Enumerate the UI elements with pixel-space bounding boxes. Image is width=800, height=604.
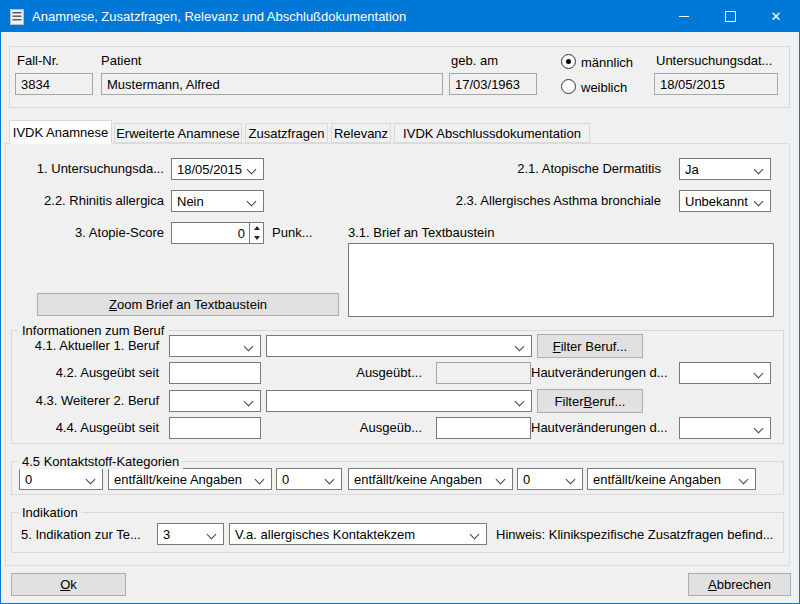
window-icon <box>10 9 24 25</box>
button-text: bbrechen <box>717 577 771 592</box>
geb-am-field: 17/03/1963 <box>449 73 537 95</box>
button-mnemonic: B <box>583 394 592 409</box>
chevron-down-icon <box>754 165 764 175</box>
aktueller-beruf-label: 4.1. Aktueller 1. Beruf <box>35 338 159 354</box>
weiterer-beruf-label: 4.3. Weiterer 2. Beruf <box>36 393 159 409</box>
rhinitis-allergica-combo[interactable]: Nein <box>171 190 264 212</box>
filter-beruf-2-button[interactable]: Filter Beruf... <box>537 389 643 413</box>
ausgeuebt-seit-1-input[interactable] <box>169 362 261 384</box>
chevron-down-icon <box>515 397 525 407</box>
indikation-text-value: V.a. allergisches Kontaktekzem <box>230 527 415 542</box>
chevron-down-icon <box>754 369 764 379</box>
radio-maennlich-label: männlich <box>581 55 633 71</box>
tab-label: IVDK Abschlussdokumentation <box>403 126 581 141</box>
indikation-label: 5. Indikation zur Te... <box>21 527 141 543</box>
minimize-button[interactable] <box>661 1 707 32</box>
arrow-up-icon <box>254 226 260 230</box>
asthma-bronchiale-combo[interactable]: Unbekannt <box>679 190 771 212</box>
chevron-down-icon <box>496 475 506 485</box>
chevron-down-icon <box>86 475 96 485</box>
aktueller-beruf-text-combo[interactable] <box>266 335 532 357</box>
kontaktstoff-code-value-1: 0 <box>20 472 32 487</box>
close-button[interactable]: ✕ <box>753 1 799 32</box>
rhinitis-allergica-value: Nein <box>172 194 204 209</box>
chevron-down-icon <box>754 424 764 434</box>
tab-label: Erweiterte Anamnese <box>116 126 240 141</box>
untersuchungsdatum-header-value: 18/05/2015 <box>655 77 725 92</box>
dialog-window: Anamnese, Zusatzfragen, Relevanz und Abs… <box>0 0 800 604</box>
weiterer-beruf-text-combo[interactable] <box>266 390 532 412</box>
button-text: eruf... <box>592 394 625 409</box>
fall-nr-value: 3834 <box>16 77 50 92</box>
kontaktstoff-code-value-2: 0 <box>277 472 289 487</box>
hautveraenderungen-2-combo[interactable] <box>679 417 771 439</box>
tab-relevanz[interactable]: Relevanz <box>331 123 391 143</box>
atopische-dermatitis-label: 2.1. Atopische Dermatitis <box>517 161 661 177</box>
indikation-group-label: Indikation <box>18 505 82 520</box>
fall-nr-label: Fall-Nr. <box>17 53 59 69</box>
weiterer-beruf-code-combo[interactable] <box>169 390 261 412</box>
tab-label: Zusatzfragen <box>249 126 325 141</box>
hautveraenderungen-1-label: Hautveränderungen d... <box>531 365 668 381</box>
geb-am-label: geb. am <box>451 53 498 69</box>
tab-ivdk-abschlussdokumentation[interactable]: IVDK Abschlussdokumentation <box>394 123 590 143</box>
hautveraenderungen-1-combo[interactable] <box>679 362 771 384</box>
patient-value: Mustermann, Alfred <box>102 77 220 92</box>
brief-textbaustein-textarea[interactable] <box>348 243 774 317</box>
ausgeuebt-seit-2-input[interactable] <box>169 417 261 439</box>
chevron-down-icon <box>207 530 217 540</box>
ausgeuebt-bis-1-field <box>436 362 531 384</box>
caption-buttons: ✕ <box>661 1 799 32</box>
maximize-icon <box>725 11 736 22</box>
beruf-group-label: Informationen zum Beruf <box>18 323 168 338</box>
atopie-score-spinner[interactable]: 0 <box>171 222 264 244</box>
chevron-down-icon <box>255 475 265 485</box>
untersuchungsdatum-header-label: Untersuchungsdat... <box>656 53 772 69</box>
hautveraenderungen-2-label: Hautveränderungen d... <box>531 420 668 436</box>
button-text: k <box>70 577 77 592</box>
tab-zusatzfragen[interactable]: Zusatzfragen <box>245 123 328 143</box>
kontaktstoff-text-combo-2[interactable]: entfällt/keine Angaben <box>348 468 513 490</box>
maximize-button[interactable] <box>707 1 753 32</box>
hinweis-text: Hinweis: Klinikspezifische Zusatzfragen … <box>496 527 773 543</box>
zoom-brief-button[interactable]: Zoom Brief an Textbaustein <box>37 293 339 316</box>
radio-weiblich[interactable] <box>561 79 576 94</box>
kontaktstoff-code-combo-2[interactable]: 0 <box>276 468 342 490</box>
button-text: ilter Beruf... <box>561 339 627 354</box>
ausgeuebt-bis-2-input[interactable] <box>436 417 531 439</box>
button-text: oom Brief an Textbaustein <box>117 297 267 312</box>
tab-ivdk-anamnese[interactable]: IVDK Anamnese <box>9 120 112 144</box>
tab-erweiterte-anamnese[interactable]: Erweiterte Anamnese <box>114 123 242 143</box>
button-mnemonic: O <box>60 577 70 592</box>
aktueller-beruf-code-combo[interactable] <box>169 335 261 357</box>
kontaktstoff-text-combo-1[interactable]: entfällt/keine Angaben <box>108 468 272 490</box>
brief-textbaustein-label: 3.1. Brief an Textbaustein <box>348 225 494 241</box>
cancel-button[interactable]: Abbrechen <box>688 573 791 596</box>
atopie-score-label: 3. Atopie-Score <box>75 225 164 241</box>
untersuchungsdatum-header-field: 18/05/2015 <box>654 73 778 95</box>
tab-label: IVDK Anamnese <box>13 125 108 140</box>
indikation-text-combo[interactable]: V.a. allergisches Kontaktekzem <box>229 523 487 545</box>
indikation-code-value: 3 <box>158 527 170 542</box>
ausgeuebt-bis-1-label: Ausgeübt... <box>356 365 422 381</box>
filter-beruf-1-button[interactable]: Filter Beruf... <box>537 334 643 358</box>
radio-maennlich[interactable] <box>561 54 576 69</box>
patient-label: Patient <box>101 53 141 69</box>
button-mnemonic: F <box>553 339 561 354</box>
window-title: Anamnese, Zusatzfragen, Relevanz und Abs… <box>32 9 406 24</box>
rhinitis-allergica-label: 2.2. Rhinitis allergica <box>44 193 164 209</box>
radio-weiblich-label: weiblich <box>581 80 627 96</box>
kontaktstoff-code-combo-3[interactable]: 0 <box>517 468 583 490</box>
spin-up-button[interactable] <box>250 223 263 233</box>
untersuchungsdatum-value: 18/05/2015 <box>172 162 242 177</box>
ok-button[interactable]: Ok <box>11 573 126 596</box>
indikation-code-combo[interactable]: 3 <box>157 523 224 545</box>
kontaktstoff-text-value-1: entfällt/keine Angaben <box>109 472 242 487</box>
untersuchungsdatum-label: 1. Untersuchungsda... <box>37 161 164 177</box>
spin-down-button[interactable] <box>250 233 263 243</box>
atopische-dermatitis-combo[interactable]: Ja <box>679 158 771 180</box>
kontaktstoff-code-combo-1[interactable]: 0 <box>19 468 103 490</box>
kontaktstoff-code-value-3: 0 <box>518 472 530 487</box>
untersuchungsdatum-combo[interactable]: 18/05/2015 <box>171 158 264 180</box>
kontaktstoff-text-combo-3[interactable]: entfällt/keine Angaben <box>587 468 756 490</box>
